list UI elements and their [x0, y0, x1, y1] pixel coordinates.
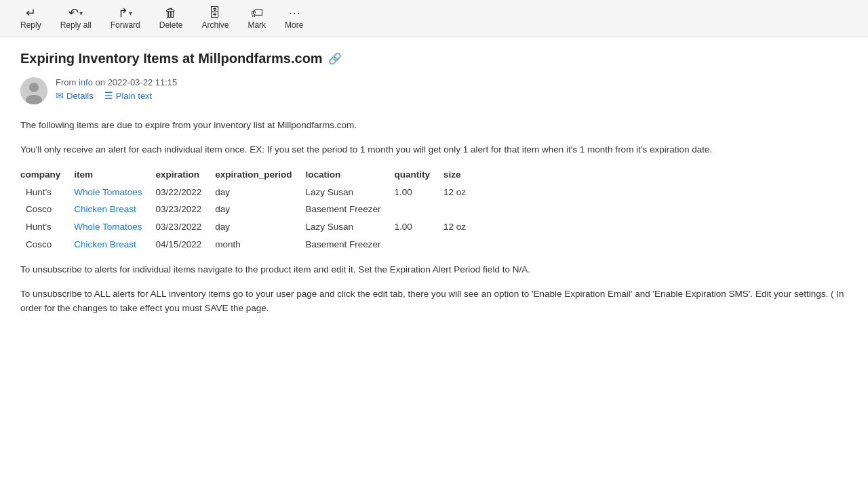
reply-icon: ↵ — [26, 7, 36, 19]
reply-all-button[interactable]: ↶ ▾ Reply all — [54, 4, 98, 33]
mark-icon: 🏷 — [251, 7, 263, 19]
cell-quantity: 1.00 — [395, 218, 444, 236]
col-size: size — [443, 166, 479, 184]
cell-item[interactable]: Whole Tomatoes — [74, 218, 155, 236]
details-icon: ✉ — [56, 90, 64, 101]
unsubscribe-1: To unsubscribe to alerts for individual … — [20, 262, 848, 277]
item-link[interactable]: Whole Tomatoes — [74, 222, 142, 232]
plain-text-icon: ☰ — [104, 90, 113, 101]
item-link[interactable]: Whole Tomatoes — [74, 187, 142, 197]
cell-expiration: 03/23/2022 — [156, 201, 216, 218]
avatar — [20, 77, 47, 104]
cell-location: Basement Freezer — [305, 201, 394, 218]
external-link-icon[interactable]: 🔗 — [328, 52, 342, 65]
cell-expiration: 03/23/2022 — [156, 218, 216, 236]
cell-size — [443, 236, 479, 253]
table-header-row: company item expiration expiration_perio… — [20, 166, 479, 184]
cell-expiration-period: day — [215, 184, 305, 201]
cell-company: Hunt's — [20, 184, 74, 201]
table-row: Hunt'sWhole Tomatoes03/23/2022dayLazy Su… — [20, 218, 479, 236]
more-button[interactable]: ⋯ More — [278, 4, 310, 33]
forward-button[interactable]: ↱ ▾ Forward — [104, 4, 147, 33]
details-link[interactable]: ✉ Details — [56, 90, 94, 101]
email-content: Expiring Inventory Items at Millpondfarm… — [0, 37, 868, 488]
archive-label: Archive — [201, 20, 229, 30]
email-subject-line: Expiring Inventory Items at Millpondfarm… — [20, 51, 848, 66]
reply-all-icon: ↶ — [68, 7, 79, 19]
cell-quantity — [395, 201, 444, 218]
delete-icon: 🗑 — [165, 7, 177, 19]
cell-item[interactable]: Chicken Breast — [74, 201, 155, 218]
cell-size — [443, 201, 479, 218]
svg-point-1 — [29, 83, 39, 92]
table-row: CoscoChicken Breast03/23/2022dayBasement… — [20, 201, 479, 218]
inventory-table: company item expiration expiration_perio… — [20, 166, 479, 253]
email-subject: Expiring Inventory Items at Millpondfarm… — [20, 51, 323, 66]
cell-item[interactable]: Whole Tomatoes — [74, 184, 155, 201]
forward-label: Forward — [111, 20, 140, 30]
cell-expiration-period: day — [215, 201, 305, 218]
cell-expiration: 03/22/2022 — [156, 184, 216, 201]
delete-button[interactable]: 🗑 Delete — [153, 4, 190, 33]
col-item: item — [74, 166, 155, 184]
reply-all-dropdown-icon: ▾ — [79, 9, 83, 17]
cell-size: 12 oz — [443, 184, 479, 201]
cell-quantity — [395, 236, 444, 253]
cell-company: Hunt's — [20, 218, 74, 236]
col-quantity: quantity — [395, 166, 444, 184]
cell-location: Lazy Susan — [305, 184, 394, 201]
body-intro-2: You'll only receive an alert for each in… — [20, 142, 848, 157]
email-body: The following items are due to expire fr… — [20, 118, 848, 316]
more-icon: ⋯ — [288, 7, 300, 19]
toolbar: ↵ Reply ↶ ▾ Reply all ↱ ▾ Forward 🗑 Dele… — [0, 0, 868, 37]
col-expiration: expiration — [156, 166, 216, 184]
unsubscribe-2: To unsubscribe to ALL alerts for ALL inv… — [20, 287, 848, 316]
from-date: on 2022-03-22 11:15 — [96, 77, 178, 87]
cell-location: Lazy Susan — [305, 218, 394, 236]
item-link[interactable]: Chicken Breast — [74, 204, 136, 214]
email-meta: From info on 2022-03-22 11:15 ✉ Details … — [20, 77, 848, 104]
from-line: From info on 2022-03-22 11:15 — [56, 77, 177, 87]
archive-icon: 🗄 — [209, 7, 221, 19]
cell-quantity: 1.00 — [395, 184, 444, 201]
col-company: company — [20, 166, 74, 184]
from-email-link[interactable]: info — [79, 77, 93, 87]
mark-label: Mark — [248, 20, 266, 30]
cell-size: 12 oz — [443, 218, 479, 236]
cell-company: Cosco — [20, 201, 74, 218]
cell-item[interactable]: Chicken Breast — [74, 236, 155, 253]
more-label: More — [285, 20, 303, 30]
meta-links: ✉ Details ☰ Plain text — [56, 90, 177, 101]
col-location: location — [305, 166, 394, 184]
cell-expiration-period: day — [215, 218, 305, 236]
table-row: CoscoChicken Breast04/15/2022monthBaseme… — [20, 236, 479, 253]
delete-label: Delete — [159, 20, 183, 30]
body-intro-1: The following items are due to expire fr… — [20, 118, 848, 133]
reply-label: Reply — [20, 20, 41, 30]
from-prefix: From — [56, 77, 76, 87]
forward-dropdown-icon: ▾ — [129, 9, 132, 17]
mark-button[interactable]: 🏷 Mark — [241, 4, 273, 33]
plain-text-label: Plain text — [116, 91, 152, 101]
details-label: Details — [66, 91, 94, 101]
meta-info: From info on 2022-03-22 11:15 ✉ Details … — [56, 77, 177, 101]
table-row: Hunt'sWhole Tomatoes03/22/2022dayLazy Su… — [20, 184, 479, 201]
cell-expiration-period: month — [215, 236, 305, 253]
reply-all-label: Reply all — [60, 20, 92, 30]
cell-location: Basement Freezer — [305, 236, 394, 253]
archive-button[interactable]: 🗄 Archive — [195, 4, 235, 33]
plain-text-link[interactable]: ☰ Plain text — [104, 90, 152, 101]
reply-button[interactable]: ↵ Reply — [14, 4, 48, 33]
cell-expiration: 04/15/2022 — [156, 236, 216, 253]
forward-icon: ↱ — [118, 7, 128, 19]
item-link[interactable]: Chicken Breast — [74, 239, 136, 249]
col-expiration-period: expiration_period — [215, 166, 305, 184]
cell-company: Cosco — [20, 236, 74, 253]
